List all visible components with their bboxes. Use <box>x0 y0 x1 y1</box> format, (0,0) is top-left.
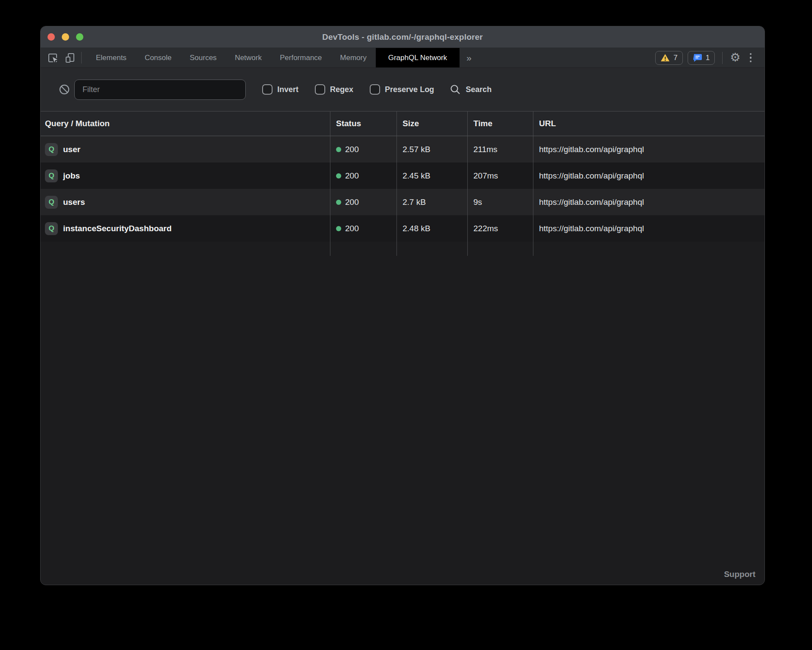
filter-input[interactable] <box>74 80 246 100</box>
message-count: 1 <box>706 54 710 62</box>
filter-toolbar: Invert Regex Preserve Log Search <box>41 68 764 112</box>
messages-badge[interactable]: 1 <box>688 51 715 65</box>
size-value: 2.48 kB <box>396 215 467 242</box>
device-toolbar-icon[interactable] <box>65 52 76 64</box>
titlebar: DevTools - gitlab.com/-/graphql-explorer <box>41 26 764 48</box>
time-value: 211ms <box>467 136 533 162</box>
tab-elements[interactable]: Elements <box>87 48 136 67</box>
regex-label: Regex <box>330 85 353 94</box>
warning-count: 7 <box>673 54 677 62</box>
query-name: jobs <box>63 171 80 181</box>
time-value: 9s <box>467 189 533 215</box>
preserve-log-checkbox-group[interactable]: Preserve Log <box>370 84 434 95</box>
message-icon <box>693 54 702 62</box>
column-header-url: URL <box>533 112 764 136</box>
query-type-badge: Q <box>45 169 58 182</box>
column-header-query: Query / Mutation <box>41 112 330 136</box>
invert-label: Invert <box>277 85 298 94</box>
column-header-size: Size <box>396 112 467 136</box>
traffic-lights <box>48 26 83 48</box>
column-header-status: Status <box>330 112 396 136</box>
search-icon <box>450 84 461 95</box>
time-value: 207ms <box>467 162 533 189</box>
clear-log-icon[interactable] <box>59 84 70 95</box>
size-value: 2.45 kB <box>396 162 467 189</box>
zoom-window-button[interactable] <box>76 33 83 41</box>
devtools-tabbar: Elements Console Sources Network Perform… <box>41 48 764 68</box>
table-row[interactable]: Q user 200 2.57 kB 211ms https://gitlab.… <box>41 136 764 162</box>
time-value: 222ms <box>467 215 533 242</box>
query-type-badge: Q <box>45 143 58 156</box>
preserve-log-label: Preserve Log <box>385 85 434 94</box>
invert-checkbox[interactable] <box>262 84 273 95</box>
tab-network[interactable]: Network <box>226 48 271 67</box>
regex-checkbox[interactable] <box>315 84 325 95</box>
status-code: 200 <box>345 224 359 233</box>
query-name: users <box>63 198 85 207</box>
invert-checkbox-group[interactable]: Invert <box>262 84 298 95</box>
column-divider-tail <box>41 242 764 256</box>
preserve-log-checkbox[interactable] <box>370 84 380 95</box>
url-value: https://gitlab.com/api/graphql <box>533 189 764 215</box>
query-name: user <box>63 145 80 154</box>
status-ok-dot <box>336 200 341 205</box>
url-value: https://gitlab.com/api/graphql <box>533 162 764 189</box>
devtools-window: DevTools - gitlab.com/-/graphql-explorer… <box>40 26 765 585</box>
status-ok-dot <box>336 147 341 152</box>
column-header-time: Time <box>467 112 533 136</box>
status-code: 200 <box>345 198 359 207</box>
more-tabs-chevron[interactable]: » <box>460 48 479 67</box>
close-window-button[interactable] <box>48 33 55 41</box>
regex-checkbox-group[interactable]: Regex <box>315 84 353 95</box>
window-title: DevTools - gitlab.com/-/graphql-explorer <box>322 32 483 42</box>
size-value: 2.57 kB <box>396 136 467 162</box>
right-tools-divider <box>722 52 723 64</box>
table-body: Q user 200 2.57 kB 211ms https://gitlab.… <box>41 136 764 256</box>
tab-sources[interactable]: Sources <box>181 48 225 67</box>
table-row[interactable]: Q users 200 2.7 kB 9s https://gitlab.com… <box>41 189 764 215</box>
settings-gear-icon[interactable]: ⚙ <box>730 52 740 64</box>
query-type-badge: Q <box>45 222 58 235</box>
size-value: 2.7 kB <box>396 189 467 215</box>
warnings-badge[interactable]: 7 <box>655 51 682 65</box>
tabbar-divider <box>81 52 82 64</box>
tab-console[interactable]: Console <box>136 48 181 67</box>
url-value: https://gitlab.com/api/graphql <box>533 136 764 162</box>
tab-memory[interactable]: Memory <box>331 48 375 67</box>
search-label: Search <box>466 85 492 94</box>
table-row[interactable]: Q instanceSecurityDashboard 200 2.48 kB … <box>41 215 764 242</box>
warning-icon <box>660 54 670 62</box>
table-header: Query / Mutation Status Size Time URL <box>41 112 764 136</box>
status-ok-dot <box>336 226 341 231</box>
tabbar-right-tools: 7 1 ⚙ <box>655 48 764 67</box>
status-code: 200 <box>345 145 359 154</box>
search-button[interactable]: Search <box>450 84 492 95</box>
tool-icons <box>41 48 76 67</box>
support-link[interactable]: Support <box>724 570 755 579</box>
tab-performance[interactable]: Performance <box>271 48 331 67</box>
inspect-element-icon[interactable] <box>48 52 59 64</box>
status-code: 200 <box>345 171 359 181</box>
url-value: https://gitlab.com/api/graphql <box>533 215 764 242</box>
minimize-window-button[interactable] <box>62 33 69 41</box>
table-row[interactable]: Q jobs 200 2.45 kB 207ms https://gitlab.… <box>41 162 764 189</box>
query-type-badge: Q <box>45 196 58 209</box>
tab-graphql-network[interactable]: GraphQL Network <box>376 48 460 67</box>
kebab-menu-icon[interactable] <box>745 51 756 64</box>
status-ok-dot <box>336 173 341 178</box>
query-name: instanceSecurityDashboard <box>63 224 171 233</box>
